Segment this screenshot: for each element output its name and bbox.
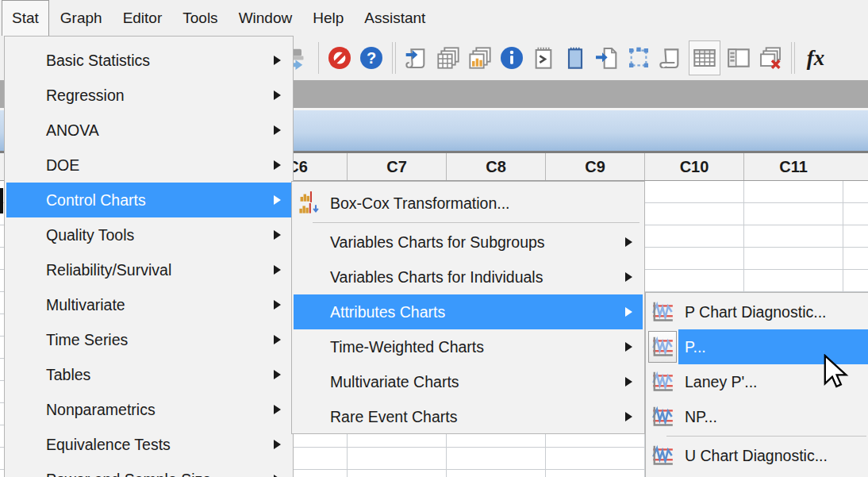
submenu-arrow-icon bbox=[274, 125, 281, 135]
submenu-arrow-icon bbox=[274, 90, 281, 100]
scroll-button[interactable] bbox=[657, 41, 684, 75]
import-file-button[interactable] bbox=[593, 41, 620, 75]
menu-item-variables-charts-for-subgroups[interactable]: Variables Charts for Subgroups bbox=[294, 225, 643, 260]
submenu-arrow-icon bbox=[274, 160, 281, 170]
submenu-arrow-icon bbox=[625, 272, 632, 282]
toolbar-separator bbox=[791, 42, 795, 74]
menu-separator bbox=[313, 222, 639, 223]
output-pad-icon bbox=[531, 45, 556, 71]
menubar-item-label: Graph bbox=[60, 10, 102, 27]
menu-item-time-weighted-charts[interactable]: Time-Weighted Charts bbox=[294, 329, 643, 364]
close-all-graphs-button[interactable] bbox=[757, 41, 784, 75]
menu-item-variables-charts-for-individuals[interactable]: Variables Charts for Individuals bbox=[294, 260, 643, 294]
submenu-arrow-icon bbox=[625, 237, 632, 247]
notepad-button[interactable] bbox=[562, 41, 589, 75]
menubar-item-label: Stat bbox=[12, 10, 39, 27]
menubar-item-window[interactable]: Window bbox=[229, 0, 302, 36]
control-chart-icon bbox=[651, 406, 674, 428]
column-header[interactable]: C9 bbox=[545, 153, 644, 180]
column-header[interactable]: C11 bbox=[743, 153, 843, 180]
background-window-artifact bbox=[0, 188, 3, 213]
stat-menu-item-basic-statistics[interactable]: Basic Statistics bbox=[6, 43, 291, 78]
stat-menu-item-quality-tools[interactable]: Quality Tools bbox=[6, 217, 291, 252]
stat-menu-item-anova[interactable]: ANOVA bbox=[6, 113, 291, 148]
copy-worksheets-button[interactable] bbox=[435, 41, 462, 75]
mouse-cursor bbox=[822, 354, 852, 390]
output-pad-button[interactable] bbox=[530, 41, 557, 75]
project-manager-icon bbox=[726, 45, 751, 71]
export-script-button[interactable] bbox=[403, 41, 430, 75]
submenu-arrow-icon bbox=[274, 335, 281, 344]
submenu-arrow-icon bbox=[274, 265, 281, 275]
submenu-arrow-icon bbox=[274, 230, 281, 240]
control-chart-icon bbox=[651, 444, 674, 467]
stat-menu-item-regression[interactable]: Regression bbox=[6, 78, 291, 113]
close-all-graphs-icon bbox=[758, 45, 783, 71]
cancel-icon bbox=[327, 45, 352, 71]
control-chart-icon bbox=[651, 371, 674, 393]
control-charts-submenu: Box-Cox Transformation... Variables Char… bbox=[291, 181, 645, 434]
help-button[interactable]: ? bbox=[358, 41, 385, 75]
info-icon bbox=[499, 45, 524, 71]
menubar-item-tools[interactable]: Tools bbox=[173, 0, 227, 36]
project-manager-button[interactable] bbox=[725, 41, 752, 75]
menu-item-box-cox-transformation[interactable]: Box-Cox Transformation... bbox=[294, 186, 643, 221]
formula-editor-button[interactable]: fx bbox=[802, 41, 829, 75]
toolbar-separator bbox=[392, 42, 396, 74]
toolbar-separator bbox=[318, 42, 319, 74]
help-icon: ? bbox=[359, 45, 384, 71]
copy-graphs-button[interactable] bbox=[467, 41, 494, 75]
menu-bar: Stat Graph Editor Tools Window Help Assi… bbox=[0, 0, 868, 36]
select-group-button[interactable] bbox=[625, 41, 652, 75]
column-header[interactable]: C8 bbox=[446, 153, 545, 180]
stat-menu-item-time-series[interactable]: Time Series bbox=[6, 322, 291, 357]
stat-menu-item-control-charts[interactable]: Control Charts bbox=[6, 183, 291, 217]
menubar-item-label: Tools bbox=[182, 10, 217, 27]
submenu-arrow-icon bbox=[625, 307, 632, 317]
submenu-arrow-icon bbox=[274, 195, 281, 205]
stat-menu-item-tables[interactable]: Tables bbox=[6, 357, 291, 392]
menu-item-np-chart[interactable]: NP... bbox=[646, 399, 868, 434]
menu-item-multivariate-charts[interactable]: Multivariate Charts bbox=[294, 364, 643, 399]
submenu-arrow-icon bbox=[274, 300, 281, 310]
menu-item-u-chart-diagnostic[interactable]: U Chart Diagnostic... bbox=[646, 438, 868, 473]
menubar-item-help[interactable]: Help bbox=[303, 0, 353, 36]
menu-item-p-chart-diagnostic[interactable]: P Chart Diagnostic... bbox=[646, 294, 868, 329]
menubar-item-label: Editor bbox=[123, 10, 163, 27]
copy-graphs-icon bbox=[467, 45, 493, 71]
submenu-arrow-icon bbox=[274, 405, 281, 414]
menu-item-rare-event-charts[interactable]: Rare Event Charts bbox=[294, 399, 643, 434]
column-header[interactable]: C10 bbox=[644, 153, 743, 180]
submenu-arrow-icon bbox=[274, 370, 281, 379]
menubar-item-graph[interactable]: Graph bbox=[51, 0, 112, 36]
copy-worksheets-icon bbox=[436, 45, 461, 71]
select-group-icon bbox=[626, 45, 651, 71]
column-header[interactable]: C7 bbox=[347, 153, 446, 180]
export-script-icon bbox=[404, 45, 429, 71]
stat-menu-item-reliability-survival[interactable]: Reliability/Survival bbox=[6, 252, 291, 287]
scroll-icon bbox=[658, 45, 683, 71]
show-worksheet-button[interactable] bbox=[689, 40, 720, 75]
menubar-item-assistant[interactable]: Assistant bbox=[355, 0, 435, 36]
notepad-icon bbox=[563, 45, 588, 71]
formula-fx-icon: fx bbox=[807, 46, 825, 71]
menu-item-attributes-charts[interactable]: Attributes Charts bbox=[294, 294, 643, 329]
menubar-item-editor[interactable]: Editor bbox=[113, 0, 172, 36]
info-button[interactable] bbox=[498, 41, 525, 75]
menubar-item-label: Assistant bbox=[364, 10, 425, 27]
stat-menu-item-equivalence-tests[interactable]: Equivalence Tests bbox=[6, 427, 291, 462]
menubar-item-label: Help bbox=[313, 10, 344, 27]
control-chart-icon bbox=[651, 301, 674, 323]
control-chart-icon bbox=[651, 336, 674, 358]
submenu-arrow-icon bbox=[274, 56, 281, 65]
menu-separator bbox=[666, 436, 866, 437]
stat-menu-item-doe[interactable]: DOE bbox=[6, 148, 291, 183]
stat-menu-item-power-and-sample-size[interactable]: Power and Sample Size bbox=[6, 462, 291, 477]
cancel-button[interactable] bbox=[326, 41, 353, 75]
menubar-item-stat[interactable]: Stat bbox=[2, 0, 49, 36]
stat-menu-item-multivariate[interactable]: Multivariate bbox=[6, 287, 291, 322]
submenu-arrow-icon bbox=[274, 440, 281, 449]
show-worksheet-icon bbox=[692, 45, 717, 71]
stat-menu-item-nonparametrics[interactable]: Nonparametrics bbox=[6, 392, 291, 427]
submenu-arrow-icon bbox=[625, 377, 632, 387]
